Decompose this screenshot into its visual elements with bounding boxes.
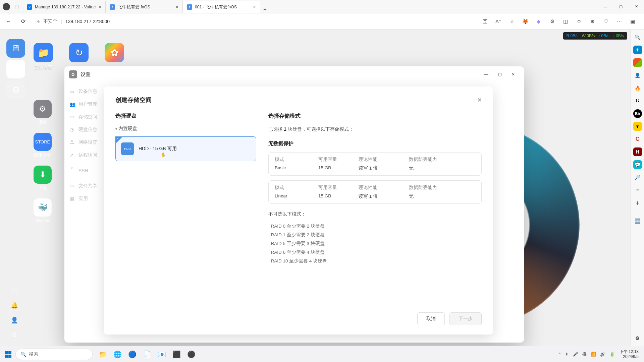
dock-monitor-icon[interactable]: 🖥 — [6, 39, 25, 58]
tab-fnos2-active[interactable]: f 001 - 飞牛私有云fnOS ✕ — [183, 1, 260, 13]
gear-icon[interactable]: ⚙ — [633, 334, 642, 343]
tray-ime-icon[interactable]: 拼 — [582, 351, 587, 357]
gear-icon[interactable]: ⚙ — [10, 330, 19, 339]
taskbar-clock[interactable]: 下午 12:13 2024/9/5 — [620, 349, 641, 359]
sync-icon: ↻ — [69, 43, 89, 62]
back-button[interactable]: ← — [3, 16, 14, 27]
explorer-icon[interactable]: 📁 — [96, 348, 109, 361]
files-app[interactable]: 📁 文件管理 — [34, 43, 53, 70]
window-maximize-button[interactable]: ▢ — [613, 0, 629, 13]
bb-app-icon[interactable]: Bb — [633, 109, 642, 118]
internal-disk-category[interactable]: 内置硬盘 — [115, 126, 256, 132]
stack-icon[interactable]: ≡ — [633, 186, 642, 194]
outlook-icon[interactable]: 📧 — [155, 348, 168, 361]
window-close-button[interactable]: ✕ — [629, 0, 644, 13]
extension-icon[interactable]: ◆ — [533, 15, 545, 27]
fire-icon[interactable]: 🔥 — [633, 84, 642, 93]
sidebar-item-remote[interactable]: ↗远程访问 — [64, 149, 108, 162]
extensions-icon[interactable]: ⚙ — [546, 15, 558, 27]
store-app[interactable]: STORE 应用中心 — [34, 133, 52, 158]
sidebar-item-storage[interactable]: ▭存储空间 — [64, 111, 108, 123]
start-button[interactable] — [3, 349, 13, 360]
fnos-favicon-icon: f — [187, 4, 192, 10]
favorites-bar-icon[interactable]: ✩ — [573, 15, 585, 27]
sidebar-item-disk[interactable]: ◔硬盘信息 — [64, 123, 108, 136]
mode-card-basic[interactable]: 模式 可用容量 理论性能 数据防丢能力 Basic 15 GB 读写 1 倍 无 — [268, 152, 482, 176]
notification-icon[interactable]: 🔔 — [10, 301, 19, 310]
microsoft-icon[interactable] — [633, 58, 642, 67]
tray-wifi-icon[interactable]: 📶 — [591, 352, 596, 357]
chrome-icon[interactable]: 🌐 — [111, 348, 124, 361]
disk-option-hdd[interactable]: HDD HDD · 15 GB 可用 ✋ — [115, 136, 256, 161]
collections-icon[interactable]: ⊕ — [586, 15, 598, 27]
sidebar-item-share[interactable]: ▭文件共享 — [64, 180, 108, 192]
more-icon[interactable]: ⋯ — [613, 15, 625, 27]
terminal-icon[interactable]: ⬛ — [170, 348, 183, 361]
minimize-button[interactable]: — — [480, 69, 492, 80]
split-screen-icon[interactable]: ◫ — [559, 15, 572, 27]
tray-volume-icon[interactable]: 🔊 — [600, 352, 605, 357]
read-aloud-icon[interactable]: A⁺ — [492, 15, 504, 27]
close-icon[interactable]: ✕ — [98, 5, 101, 9]
user-icon[interactable]: 👤 — [10, 316, 19, 324]
search-icon[interactable]: 🔍 — [633, 33, 642, 42]
g-app-icon[interactable]: G — [633, 97, 642, 105]
sidebar-item-users[interactable]: 👥用户管理 — [64, 98, 108, 111]
tray-mic-icon[interactable]: 🎤 — [573, 352, 578, 357]
tab-fnos1[interactable]: f 飞牛私有云 fnOS ✕ — [106, 1, 183, 13]
translate-icon[interactable]: 🔤 — [633, 217, 642, 225]
files-icon: 📁 — [34, 43, 53, 62]
dock-apps-icon[interactable]: ▦ — [6, 60, 25, 78]
favorite-icon[interactable]: ☆ — [506, 15, 518, 27]
edge-icon[interactable]: 🔵 — [125, 348, 139, 361]
obs-icon[interactable]: ⚫ — [184, 348, 198, 361]
desktop-left-column: ⚙ 设置 STORE 应用中心 ⬇ 下载 🐳 Docker — [34, 100, 52, 223]
sidebar-item-device[interactable]: ▭设备信息 — [64, 85, 108, 98]
close-button[interactable]: ✕ — [507, 69, 519, 80]
c-app-icon[interactable]: C — [633, 135, 642, 143]
cancel-button[interactable]: 取消 — [417, 312, 445, 325]
y-app-icon[interactable]: ▾ — [633, 122, 642, 131]
files-label: 文件管理 — [35, 64, 52, 70]
next-button[interactable]: 下一步 — [449, 312, 482, 325]
shopping-icon[interactable]: ♡ — [600, 15, 612, 27]
avatar-icon[interactable]: 👤 — [633, 71, 642, 80]
browser-toolbar: ← ⟳ ⚠ 不安全 | 139.180.217.22:8000 ⚿ A⁺ ☆ 🦊… — [0, 13, 644, 29]
tray-weather-icon[interactable]: ☀ — [565, 352, 569, 357]
new-tab-button[interactable]: ＋ — [260, 6, 270, 13]
window-minimize-button[interactable]: — — [598, 0, 613, 13]
close-icon[interactable]: ✕ — [175, 5, 178, 9]
col-perf: 理论性能 — [359, 157, 409, 163]
mode-card-linear[interactable]: 模式 可用容量 理论性能 数据防丢能力 Linear 15 GB 读写 1 倍 … — [268, 180, 482, 204]
telegram-icon[interactable]: ✈ — [633, 46, 642, 54]
info-icon[interactable]: ⓘ — [10, 286, 19, 295]
sidebar-item-apps[interactable]: ▦应用 — [64, 192, 108, 205]
tab-vultr[interactable]: V Manage 139.180.217.22 - Vultr.c ✕ — [23, 1, 106, 13]
fnos-favicon-icon: f — [110, 4, 115, 10]
chat-icon[interactable]: 💬 — [633, 160, 642, 169]
dock-settings-icon[interactable]: ⚙ — [6, 80, 25, 99]
key-icon[interactable]: ⚿ — [479, 15, 491, 27]
metamask-icon[interactable]: 🦊 — [519, 15, 531, 27]
profile-icon[interactable] — [3, 3, 10, 10]
h-app-icon[interactable]: H — [633, 147, 642, 156]
docker-app[interactable]: 🐳 Docker — [34, 198, 52, 223]
close-icon[interactable]: ✕ — [253, 5, 256, 9]
maximize-button[interactable]: ▢ — [494, 69, 506, 80]
download-app[interactable]: ⬇ 下载 — [34, 166, 52, 191]
sidebar-item-network[interactable]: 🖧网络设置 — [64, 136, 108, 149]
sidebar-item-ssh[interactable]: ＞_SSH — [64, 162, 108, 180]
address-bar[interactable]: ⚠ 不安全 | 139.180.217.22:8000 — [32, 16, 307, 27]
workspaces-icon[interactable]: ⬚ — [13, 3, 20, 10]
taskbar-search[interactable]: 🔍 搜索 — [15, 349, 93, 360]
notepad-icon[interactable]: 📄 — [140, 348, 154, 361]
mode-capacity: 15 GB — [318, 165, 359, 171]
dialog-close-button[interactable]: ✕ — [477, 97, 482, 103]
settings-app[interactable]: ⚙ 设置 — [34, 100, 52, 125]
magnify-icon[interactable]: 🔎 — [633, 173, 642, 182]
tray-battery-icon[interactable]: 🔋 — [609, 352, 615, 357]
sidebar-toggle-icon[interactable]: ▣ — [627, 15, 639, 27]
tray-chevron-icon[interactable]: ^ — [559, 352, 561, 357]
add-icon[interactable]: ＋ — [633, 198, 642, 207]
refresh-button[interactable]: ⟳ — [17, 16, 29, 27]
